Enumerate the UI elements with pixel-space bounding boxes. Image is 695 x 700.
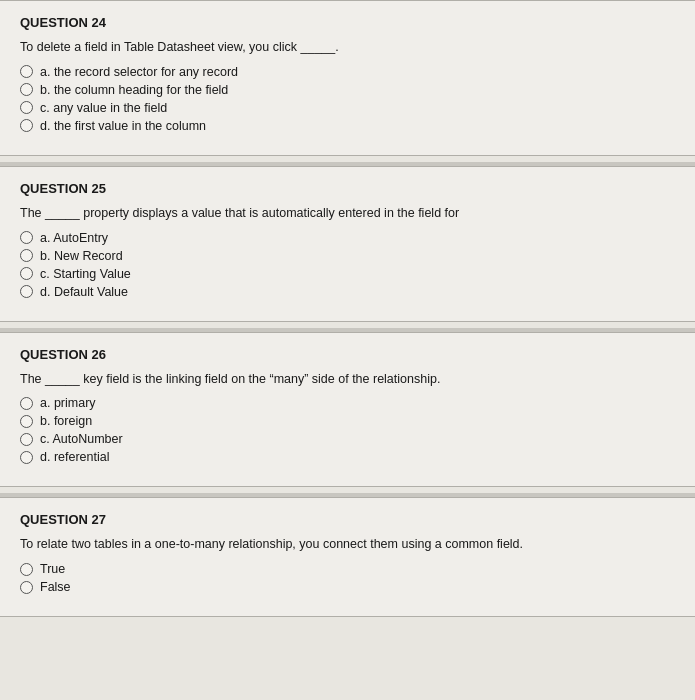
q25-option-b-label: b. New Record <box>40 249 123 263</box>
q27-option-true-label: True <box>40 562 65 576</box>
q26-option-a-label: a. primary <box>40 396 96 410</box>
q26-option-c[interactable]: c. AutoNumber <box>20 432 665 446</box>
q26-option-b[interactable]: b. foreign <box>20 414 665 428</box>
q24-option-c[interactable]: c. any value in the field <box>20 101 665 115</box>
question-27-text: To relate two tables in a one-to-many re… <box>20 535 665 554</box>
radio-q26a[interactable] <box>20 397 33 410</box>
q26-option-d[interactable]: d. referential <box>20 450 665 464</box>
q24-option-b-label: b. the column heading for the field <box>40 83 228 97</box>
radio-q27false[interactable] <box>20 581 33 594</box>
radio-q24a[interactable] <box>20 65 33 78</box>
q27-option-false-label: False <box>40 580 71 594</box>
question-27-title: QUESTION 27 <box>20 512 665 527</box>
q26-option-c-label: c. AutoNumber <box>40 432 123 446</box>
question-27-block: QUESTION 27 To relate two tables in a on… <box>0 497 695 617</box>
q26-option-d-label: d. referential <box>40 450 109 464</box>
question-25-title: QUESTION 25 <box>20 181 665 196</box>
q26-option-b-label: b. foreign <box>40 414 92 428</box>
radio-q26c[interactable] <box>20 433 33 446</box>
q24-option-a-label: a. the record selector for any record <box>40 65 238 79</box>
q25-option-a-label: a. AutoEntry <box>40 231 108 245</box>
q25-option-d[interactable]: d. Default Value <box>20 285 665 299</box>
q25-option-c-label: c. Starting Value <box>40 267 131 281</box>
question-24-block: QUESTION 24 To delete a field in Table D… <box>0 0 695 156</box>
radio-q26b[interactable] <box>20 415 33 428</box>
q25-option-b[interactable]: b. New Record <box>20 249 665 263</box>
q25-option-c[interactable]: c. Starting Value <box>20 267 665 281</box>
question-24-title: QUESTION 24 <box>20 15 665 30</box>
q24-option-c-label: c. any value in the field <box>40 101 167 115</box>
question-25-block: QUESTION 25 The _____ property displays … <box>0 166 695 322</box>
question-24-text: To delete a field in Table Datasheet vie… <box>20 38 665 57</box>
q25-option-d-label: d. Default Value <box>40 285 128 299</box>
radio-q25d[interactable] <box>20 285 33 298</box>
q25-option-a[interactable]: a. AutoEntry <box>20 231 665 245</box>
radio-q24c[interactable] <box>20 101 33 114</box>
q24-option-d[interactable]: d. the first value in the column <box>20 119 665 133</box>
radio-q25b[interactable] <box>20 249 33 262</box>
q24-option-a[interactable]: a. the record selector for any record <box>20 65 665 79</box>
question-26-text: The _____ key field is the linking field… <box>20 370 665 389</box>
question-26-block: QUESTION 26 The _____ key field is the l… <box>0 332 695 488</box>
radio-q24b[interactable] <box>20 83 33 96</box>
radio-q24d[interactable] <box>20 119 33 132</box>
question-25-text: The _____ property displays a value that… <box>20 204 665 223</box>
q27-option-true[interactable]: True <box>20 562 665 576</box>
q24-option-b[interactable]: b. the column heading for the field <box>20 83 665 97</box>
radio-q25c[interactable] <box>20 267 33 280</box>
page-container: QUESTION 24 To delete a field in Table D… <box>0 0 695 700</box>
q27-option-false[interactable]: False <box>20 580 665 594</box>
radio-q25a[interactable] <box>20 231 33 244</box>
question-26-title: QUESTION 26 <box>20 347 665 362</box>
radio-q26d[interactable] <box>20 451 33 464</box>
q24-option-d-label: d. the first value in the column <box>40 119 206 133</box>
radio-q27true[interactable] <box>20 563 33 576</box>
q26-option-a[interactable]: a. primary <box>20 396 665 410</box>
